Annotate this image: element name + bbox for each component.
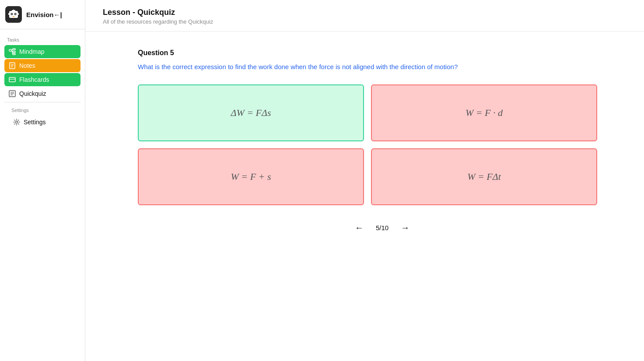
logo-area: Envision←| — [0, 0, 85, 29]
question-label: Question 5 — [138, 49, 626, 57]
answer-formula-d: W = FΔt — [467, 171, 501, 182]
answer-formula-b: W = F · d — [466, 107, 503, 119]
mindmap-label: Mindmap — [19, 48, 45, 55]
flashcards-icon — [9, 76, 16, 83]
answer-card-d[interactable]: W = FΔt — [371, 148, 597, 205]
answer-card-c[interactable]: W = F + s — [138, 148, 364, 205]
tasks-section-label: Tasks — [4, 37, 80, 45]
page-title: Lesson - Quickquiz — [103, 8, 626, 17]
sidebar-item-mindmap[interactable]: Mindmap — [4, 45, 80, 58]
quickquiz-label: Quickquiz — [19, 90, 46, 97]
sidebar: Envision←| Tasks Mindmap — [0, 0, 85, 361]
svg-point-4 — [15, 14, 16, 14]
sidebar-item-quickquiz[interactable]: Quickquiz — [4, 87, 80, 100]
pagination: ← 5/10 → — [138, 221, 626, 235]
question-text: What is the correct expression to find t… — [138, 62, 626, 72]
svg-rect-6 — [8, 13, 10, 15]
quickquiz-icon — [9, 90, 16, 97]
settings-section-label: Settings — [9, 108, 76, 116]
quiz-content: Question 5 What is the correct expressio… — [85, 32, 644, 361]
answer-card-b[interactable]: W = F · d — [371, 84, 597, 141]
mindmap-icon — [9, 48, 16, 55]
sidebar-item-flashcards[interactable]: Flashcards — [4, 73, 80, 86]
next-button[interactable]: → — [397, 221, 413, 235]
settings-gear-icon — [13, 119, 20, 126]
main-content: Lesson - Quickquiz All of the resources … — [85, 0, 644, 361]
svg-rect-11 — [13, 49, 15, 50]
notes-icon — [9, 62, 16, 69]
prev-button[interactable]: ← — [351, 221, 367, 235]
svg-rect-7 — [18, 13, 19, 15]
flashcards-label: Flashcards — [19, 76, 49, 83]
settings-label: Settings — [24, 119, 46, 126]
svg-rect-0 — [9, 11, 18, 18]
svg-point-27 — [16, 121, 18, 123]
page-header: Lesson - Quickquiz All of the resources … — [85, 0, 644, 32]
svg-point-3 — [11, 14, 12, 14]
svg-rect-10 — [9, 49, 12, 51]
answer-card-a[interactable]: ΔW = FΔs — [138, 84, 364, 141]
app-logo-icon — [5, 6, 22, 23]
notes-label: Notes — [19, 62, 35, 69]
answers-grid: ΔW = FΔs W = F · d W = F + s W = FΔt — [138, 84, 597, 205]
sidebar-item-notes[interactable]: Notes — [4, 59, 80, 72]
answer-formula-a: ΔW = FΔs — [231, 107, 271, 119]
svg-rect-9 — [13, 10, 14, 11]
answer-formula-c: W = F + s — [231, 171, 271, 182]
page-subtitle: All of the resources regarding the Quick… — [103, 18, 626, 25]
settings-section: Settings Settings — [4, 102, 80, 129]
page-counter: 5/10 — [376, 224, 388, 231]
app-name: Envision←| — [26, 11, 62, 18]
nav-section: Tasks Mindmap — [0, 29, 85, 132]
svg-rect-13 — [13, 53, 15, 55]
svg-rect-5 — [13, 16, 14, 17]
svg-rect-12 — [13, 51, 15, 53]
sidebar-item-settings[interactable]: Settings — [9, 116, 76, 129]
svg-rect-21 — [9, 77, 15, 82]
